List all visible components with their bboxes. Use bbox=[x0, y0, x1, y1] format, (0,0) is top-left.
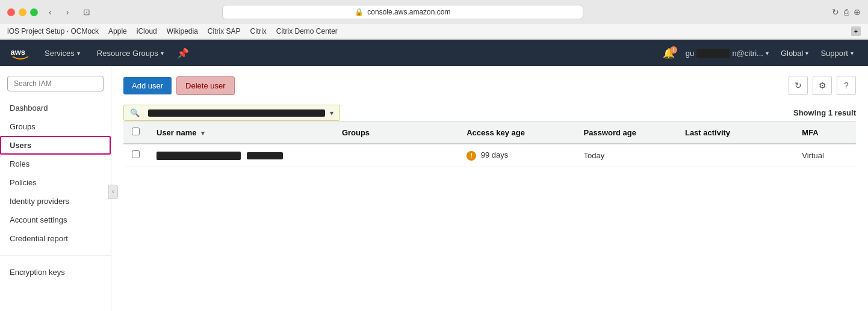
filter-bar: 🔍 ▾ bbox=[123, 105, 340, 121]
new-tab-button[interactable]: ⊕ bbox=[854, 7, 861, 17]
user-name-link[interactable] bbox=[157, 151, 283, 160]
refresh-button[interactable]: ↻ bbox=[789, 76, 808, 95]
address-bar-actions: ↻ ⎙ ⊕ bbox=[832, 7, 861, 17]
aws-nav: aws Services ▾ Resource Groups ▾ 📌 🔔 ! g… bbox=[0, 40, 868, 66]
resource-groups-label: Resource Groups bbox=[97, 49, 158, 58]
sidebar-item-roles[interactable]: Roles bbox=[0, 155, 111, 173]
lock-icon: 🔒 bbox=[355, 8, 364, 16]
add-user-button[interactable]: Add user bbox=[123, 77, 172, 94]
address-bar[interactable]: 🔒 console.aws.amazon.com bbox=[222, 5, 583, 19]
delete-user-button[interactable]: Delete user bbox=[176, 76, 234, 95]
user-menu[interactable]: gu ■■■■■■ n@citri... ▾ bbox=[681, 49, 773, 58]
row-mfa-cell: Virtual bbox=[793, 144, 856, 167]
select-all-checkbox[interactable] bbox=[132, 128, 140, 135]
row-username-cell bbox=[148, 144, 333, 167]
header-username[interactable]: User name ▾ bbox=[148, 122, 333, 144]
support-chevron-icon: ▾ bbox=[851, 50, 854, 57]
main-content: Add user Delete user ↻ ⚙ ? 🔍 ▾ Showing bbox=[111, 66, 868, 311]
header-mfa: MFA bbox=[793, 122, 856, 144]
results-count: Showing 1 result bbox=[793, 108, 856, 117]
sidebar-item-users[interactable]: Users bbox=[0, 136, 111, 155]
bookmarks-add-button[interactable]: + bbox=[851, 26, 861, 36]
nav-right: 🔔 ! gu ■■■■■■ n@citri... ▾ Global ▾ Supp… bbox=[659, 48, 858, 59]
sidebar-nav-bottom: Encryption keys bbox=[0, 263, 111, 282]
help-button[interactable]: ? bbox=[837, 76, 856, 95]
search-icon: 🔍 bbox=[130, 108, 140, 117]
settings-button[interactable]: ⚙ bbox=[813, 76, 832, 95]
bookmark-ios[interactable]: iOS Project Setup · OCMock bbox=[7, 27, 99, 35]
user-account-text: ■■■■■■ bbox=[696, 49, 730, 58]
last-activity-label: Last activity bbox=[685, 128, 730, 137]
username-label: User name bbox=[157, 128, 196, 137]
mfa-label: MFA bbox=[802, 128, 818, 137]
user-account-label: n@citri... bbox=[732, 49, 763, 58]
share-button[interactable]: ⎙ bbox=[844, 7, 849, 17]
header-checkbox-cell bbox=[123, 122, 148, 144]
support-menu[interactable]: Support ▾ bbox=[816, 49, 858, 58]
minimize-button[interactable] bbox=[19, 8, 26, 16]
services-chevron-icon: ▾ bbox=[77, 50, 80, 57]
groups-label: Groups bbox=[342, 128, 370, 137]
reload-button[interactable]: ↻ bbox=[832, 7, 839, 17]
bookmark-wikipedia[interactable]: Wikipedia bbox=[167, 27, 198, 35]
traffic-lights bbox=[7, 8, 38, 16]
filter-value-redacted bbox=[148, 109, 325, 117]
url-text: console.aws.amazon.com bbox=[367, 8, 450, 16]
sidebar-item-credential-report[interactable]: Credential report bbox=[0, 229, 111, 248]
sidebar-item-dashboard[interactable]: Dashboard bbox=[0, 99, 111, 117]
services-nav-item[interactable]: Services ▾ bbox=[36, 40, 88, 66]
row-password-age-cell: Today bbox=[575, 144, 677, 167]
sidebar-item-policies[interactable]: Policies bbox=[0, 173, 111, 192]
password-age-label: Password age bbox=[584, 128, 636, 137]
access-key-age-label: Access key age bbox=[467, 128, 525, 137]
search-input[interactable] bbox=[7, 76, 104, 91]
filter-dropdown-icon: ▾ bbox=[330, 109, 333, 117]
sidebar-collapse-button[interactable]: ‹ bbox=[108, 185, 118, 199]
sidebar: Dashboard Groups Users Roles Policies Id… bbox=[0, 66, 111, 311]
forward-button[interactable]: › bbox=[63, 6, 73, 18]
maximize-button[interactable] bbox=[30, 8, 38, 16]
services-label: Services bbox=[45, 49, 75, 58]
bookmark-citrix[interactable]: Citrix bbox=[250, 27, 267, 35]
bookmark-apple[interactable]: Apple bbox=[108, 27, 127, 35]
bookmark-citrix-sap[interactable]: Citrix SAP bbox=[208, 27, 241, 35]
bookmarks-bar: iOS Project Setup · OCMock Apple iCloud … bbox=[0, 24, 868, 39]
sidebar-divider bbox=[0, 255, 111, 256]
region-label: Global bbox=[781, 49, 804, 58]
table-body: ! 99 days Today Virtual bbox=[123, 144, 856, 167]
row-groups-cell bbox=[333, 144, 458, 167]
pin-icon[interactable]: 📌 bbox=[172, 48, 194, 59]
bookmark-icloud[interactable]: iCloud bbox=[137, 27, 157, 35]
sidebar-item-groups[interactable]: Groups bbox=[0, 117, 111, 136]
sidebar-toggle-button[interactable]: ⊡ bbox=[79, 6, 94, 18]
aws-logo-svg: aws bbox=[10, 46, 31, 60]
region-menu[interactable]: Global ▾ bbox=[776, 49, 814, 58]
sidebar-item-account-settings[interactable]: Account settings bbox=[0, 211, 111, 229]
browser-chrome: ‹ › ⊡ 🔒 console.aws.amazon.com ↻ ⎙ ⊕ iOS… bbox=[0, 0, 868, 40]
aws-logo[interactable]: aws bbox=[10, 46, 31, 60]
notifications-bell-icon[interactable]: 🔔 ! bbox=[659, 48, 678, 59]
row-checkbox[interactable] bbox=[132, 150, 140, 158]
notification-badge: ! bbox=[670, 46, 677, 54]
filter-results-row: 🔍 ▾ Showing 1 result bbox=[123, 105, 856, 121]
browser-titlebar: ‹ › ⊡ 🔒 console.aws.amazon.com ↻ ⎙ ⊕ bbox=[0, 0, 868, 24]
header-last-activity: Last activity bbox=[677, 122, 793, 144]
svg-text:aws: aws bbox=[10, 48, 25, 57]
resource-groups-nav-item[interactable]: Resource Groups ▾ bbox=[88, 40, 172, 66]
help-icon: ? bbox=[844, 81, 849, 90]
close-button[interactable] bbox=[7, 8, 15, 16]
sidebar-item-encryption-keys[interactable]: Encryption keys bbox=[0, 263, 111, 282]
row-access-key-cell: ! 99 days bbox=[458, 144, 575, 167]
users-table: User name ▾ Groups Access key age Passwo… bbox=[123, 121, 856, 167]
header-groups: Groups bbox=[333, 122, 458, 144]
filter-dropdown-button[interactable]: ▾ bbox=[330, 109, 333, 117]
username-redacted-suffix bbox=[247, 152, 283, 159]
sidebar-item-identity-providers[interactable]: Identity providers bbox=[0, 192, 111, 211]
back-button[interactable]: ‹ bbox=[45, 6, 55, 18]
bookmark-citrix-demo[interactable]: Citrix Demo Center bbox=[276, 27, 338, 35]
header-password-age: Password age bbox=[575, 122, 677, 144]
refresh-icon: ↻ bbox=[795, 81, 802, 90]
toolbar: Add user Delete user ↻ ⚙ ? bbox=[123, 76, 856, 95]
user-chevron-icon: ▾ bbox=[766, 50, 769, 57]
settings-icon: ⚙ bbox=[819, 81, 826, 90]
